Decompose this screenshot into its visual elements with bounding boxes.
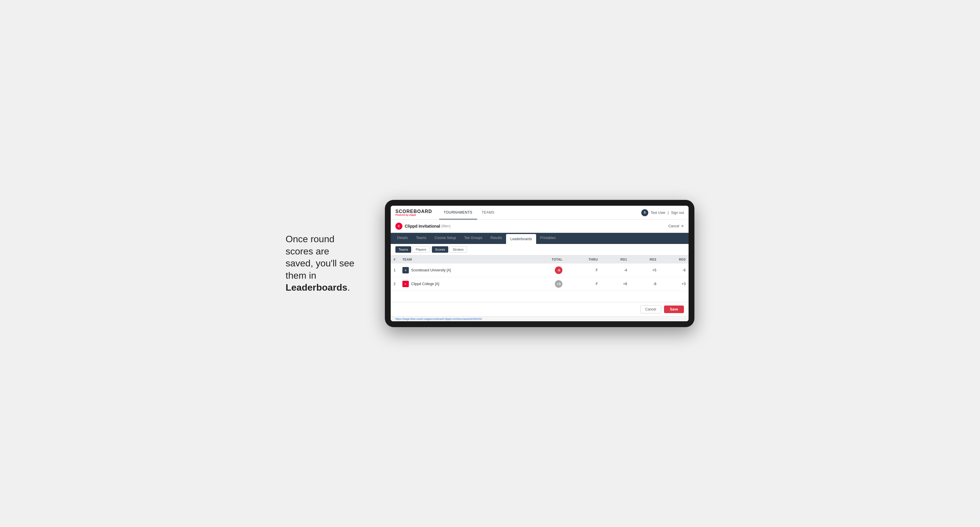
score-badge-1: -5 (555, 267, 562, 274)
sub-tab-bar: Teams Players Scores Strokes (391, 244, 689, 256)
sidebar-line5-bold: Leaderboards (286, 282, 347, 293)
user-avatar: S (641, 209, 648, 216)
cancel-button[interactable]: Cancel (640, 305, 661, 313)
sign-out-link[interactable]: Sign out (671, 211, 684, 215)
team-name-2: Clippd College [A] (411, 282, 439, 286)
logo-subtitle: Powered by clippd (395, 214, 432, 216)
rd1-2: +8 (601, 277, 630, 291)
url-bar: https://stage-blue-coach.stagescoreboard… (391, 316, 689, 321)
rank-2: 2 (391, 277, 399, 291)
total-2: +3 (527, 277, 566, 291)
save-button[interactable]: Save (664, 306, 684, 313)
sub-tab-teams[interactable]: Teams (395, 246, 411, 253)
col-header-rank: # (391, 256, 399, 264)
col-header-rd2: RD2 (630, 256, 659, 264)
team-cell-2: C Clippd College [A] (399, 277, 527, 291)
team-cell-1: S Scoreboard University [A] (399, 264, 527, 277)
col-header-team: TEAM (399, 256, 527, 264)
col-header-thru: THRU (565, 256, 601, 264)
rd1-1: -4 (601, 264, 630, 277)
leaderboard-content: # TEAM TOTAL THRU RD1 RD2 RD3 1 (391, 256, 689, 302)
rank-1: 1 (391, 264, 399, 277)
tournament-cancel-button[interactable]: Cancel ✕ (668, 224, 684, 228)
leaderboard-table: # TEAM TOTAL THRU RD1 RD2 RD3 1 (391, 256, 689, 291)
total-1: -5 (527, 264, 566, 277)
col-header-rd3: RD3 (659, 256, 689, 264)
nav-right: S Test User | Sign out (641, 209, 684, 216)
modal-footer: Cancel Save (391, 302, 689, 316)
team-logo-1: S (402, 267, 409, 273)
nav-teams[interactable]: TEAMS (477, 206, 500, 219)
sidebar-period: . (347, 282, 350, 293)
team-name-1: Scoreboard University [A] (411, 268, 451, 272)
score-badge-2: +3 (555, 280, 562, 288)
col-header-rd1: RD1 (601, 256, 630, 264)
sidebar-line4: them in (286, 270, 316, 281)
tab-course-setup[interactable]: Course Setup (430, 233, 460, 244)
tournament-icon: C (395, 223, 402, 230)
tournament-gender: (Men) (441, 224, 450, 228)
thru-2: F (565, 277, 601, 291)
tab-leaderboards[interactable]: Leaderboards (506, 234, 536, 244)
sub-tab-scores[interactable]: Scores (432, 246, 448, 253)
tournament-name: Clippd Invitational (405, 224, 440, 229)
nav-tournaments[interactable]: TOURNAMENTS (439, 206, 477, 219)
tab-tee-groups[interactable]: Tee Groups (460, 233, 486, 244)
app-navbar: SCOREBOARD Powered by clippd TOURNAMENTS… (391, 206, 689, 220)
rd2-1: +5 (630, 264, 659, 277)
user-name: Test User (651, 211, 665, 215)
tab-details[interactable]: Details (393, 233, 412, 244)
table-row: 2 C Clippd College [A] +3 F (391, 277, 689, 291)
tab-teams[interactable]: Teams (412, 233, 430, 244)
logo-area: SCOREBOARD Powered by clippd (395, 209, 432, 216)
sub-tab-players[interactable]: Players (412, 246, 430, 253)
tab-bar: Details Teams Course Setup Tee Groups Re… (391, 233, 689, 244)
rd3-1: -6 (659, 264, 689, 277)
sidebar-text: Once round scores are saved, you'll see … (286, 233, 368, 294)
tournament-header: C Clippd Invitational (Men) Cancel ✕ (391, 220, 689, 233)
main-nav: TOURNAMENTS TEAMS (439, 206, 500, 219)
logo-title: SCOREBOARD (395, 209, 432, 214)
thru-1: F (565, 264, 601, 277)
sub-tab-strokes[interactable]: Strokes (449, 246, 467, 253)
rd3-2: +3 (659, 277, 689, 291)
tab-results[interactable]: Results (486, 233, 506, 244)
team-logo-2: C (402, 281, 409, 287)
cancel-x-icon: ✕ (681, 224, 684, 228)
table-row: 1 S Scoreboard University [A] -5 F (391, 264, 689, 277)
tab-printables[interactable]: Printables (536, 233, 560, 244)
sidebar-line3: saved, you'll see (286, 258, 355, 268)
tablet-screen: SCOREBOARD Powered by clippd TOURNAMENTS… (391, 206, 689, 321)
col-header-total: TOTAL (527, 256, 566, 264)
sidebar-line1: Once round (286, 234, 334, 244)
nav-separator: | (668, 211, 669, 215)
tablet-frame: SCOREBOARD Powered by clippd TOURNAMENTS… (385, 200, 694, 327)
sidebar-line2: scores are (286, 246, 329, 257)
rd2-2: -8 (630, 277, 659, 291)
